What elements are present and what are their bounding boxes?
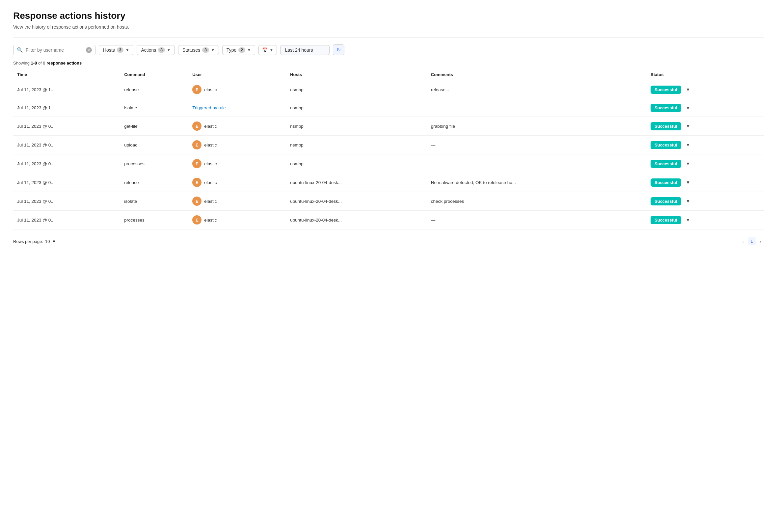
user-cell: E elastic xyxy=(192,85,282,94)
statuses-filter-label: Statuses xyxy=(183,47,200,53)
actions-chevron-icon: ▼ xyxy=(167,48,171,52)
status-col: Successful ▼ xyxy=(651,141,760,149)
prev-page-button[interactable]: ‹ xyxy=(740,237,747,245)
cell-user: E elastic xyxy=(188,117,286,136)
refresh-button[interactable]: ↻ xyxy=(333,44,344,55)
cell-user: E elastic xyxy=(188,80,286,99)
user-cell: E elastic xyxy=(192,121,282,131)
avatar: E xyxy=(192,197,202,206)
cell-command: release xyxy=(120,173,188,192)
actions-filter-button[interactable]: Actions 8 ▼ xyxy=(137,45,175,55)
status-col: Successful ▼ xyxy=(651,122,760,130)
col-hosts: Hosts xyxy=(286,70,427,80)
calendar-icon: 📅 xyxy=(262,47,268,53)
cell-hosts: nsmbp xyxy=(286,99,427,117)
expand-row-button[interactable]: ▼ xyxy=(684,86,692,94)
cell-user: E elastic xyxy=(188,211,286,229)
type-chevron-icon: ▼ xyxy=(247,48,251,52)
type-filter-count: 2 xyxy=(238,47,245,53)
cell-time: Jul 11, 2023 @ 0... xyxy=(13,173,120,192)
cell-user: Triggered by rule xyxy=(188,99,286,117)
response-actions-table: Time Command User Hosts Comments Status … xyxy=(13,70,764,229)
status-col: Successful ▼ xyxy=(651,216,760,224)
actions-filter-label: Actions xyxy=(141,47,156,53)
cell-hosts: nsmbp xyxy=(286,136,427,154)
cell-comments: check processes xyxy=(427,192,647,211)
expand-row-button[interactable]: ▼ xyxy=(684,197,692,205)
showing-text: Showing 1-8 of 8 response actions xyxy=(13,61,764,66)
page-subtitle: View the history of response actions per… xyxy=(13,24,764,30)
cell-comments: — xyxy=(427,154,647,173)
table-row: Jul 11, 2023 @ 0...release E elastic ubu… xyxy=(13,173,764,192)
table-row: Jul 11, 2023 @ 1...isolateTriggered by r… xyxy=(13,99,764,117)
cell-command: release xyxy=(120,80,188,99)
calendar-chevron-icon: ▼ xyxy=(270,48,273,52)
col-status: Status xyxy=(647,70,764,80)
cell-time: Jul 11, 2023 @ 0... xyxy=(13,117,120,136)
table-row: Jul 11, 2023 @ 0...isolate E elastic ubu… xyxy=(13,192,764,211)
cell-command: isolate xyxy=(120,99,188,117)
avatar: E xyxy=(192,215,202,224)
pagination: ‹ 1 › xyxy=(740,237,764,245)
user-cell: E elastic xyxy=(192,215,282,224)
cell-time: Jul 11, 2023 @ 0... xyxy=(13,136,120,154)
cell-user: E elastic xyxy=(188,173,286,192)
filter-bar: 🔍 ✕ Hosts 3 ▼ Actions 8 ▼ Statuses 3 ▼ T… xyxy=(13,44,764,55)
page-1-button[interactable]: 1 xyxy=(748,237,756,245)
cell-status: Successful ▼ xyxy=(647,80,764,99)
rows-per-page-value: 10 xyxy=(45,239,50,244)
cell-status: Successful ▼ xyxy=(647,136,764,154)
user-cell: E elastic xyxy=(192,140,282,149)
triggered-by-rule-link[interactable]: Triggered by rule xyxy=(192,105,226,110)
cell-comments: release... xyxy=(427,80,647,99)
cell-hosts: ubuntu-linux-20-04-desk... xyxy=(286,173,427,192)
statuses-filter-button[interactable]: Statuses 3 ▼ xyxy=(178,45,219,55)
cell-status: Successful ▼ xyxy=(647,192,764,211)
table-row: Jul 11, 2023 @ 0...processes E elastic n… xyxy=(13,154,764,173)
rows-per-page-chevron-icon: ▼ xyxy=(52,239,56,244)
cell-time: Jul 11, 2023 @ 0... xyxy=(13,211,120,229)
cell-comments xyxy=(427,99,647,117)
expand-row-button[interactable]: ▼ xyxy=(684,159,692,168)
cell-time: Jul 11, 2023 @ 1... xyxy=(13,99,120,117)
page-title: Response actions history xyxy=(13,11,764,21)
cell-comments: — xyxy=(427,211,647,229)
rows-per-page-label: Rows per page: xyxy=(13,239,43,244)
status-badge: Successful xyxy=(651,122,681,130)
table-row: Jul 11, 2023 @ 1...release E elastic nsm… xyxy=(13,80,764,99)
cell-hosts: nsmbp xyxy=(286,80,427,99)
next-page-button[interactable]: › xyxy=(757,237,764,245)
type-filter-button[interactable]: Type 2 ▼ xyxy=(222,45,255,55)
calendar-button[interactable]: 📅 ▼ xyxy=(258,45,277,55)
cell-status: Successful ▼ xyxy=(647,211,764,229)
statuses-chevron-icon: ▼ xyxy=(211,48,215,52)
hosts-filter-button[interactable]: Hosts 3 ▼ xyxy=(99,45,133,55)
clear-search-button[interactable]: ✕ xyxy=(86,47,92,53)
username-filter-input[interactable] xyxy=(26,47,83,53)
showing-range: 1-8 xyxy=(31,61,37,66)
col-comments: Comments xyxy=(427,70,647,80)
table-header: Time Command User Hosts Comments Status xyxy=(13,70,764,80)
expand-row-button[interactable]: ▼ xyxy=(684,122,692,130)
cell-hosts: ubuntu-linux-20-04-desk... xyxy=(286,211,427,229)
user-cell: E elastic xyxy=(192,178,282,187)
expand-row-button[interactable]: ▼ xyxy=(684,216,692,224)
search-box: 🔍 ✕ xyxy=(13,45,96,55)
rows-per-page-selector[interactable]: Rows per page: 10 ▼ xyxy=(13,239,56,244)
status-badge: Successful xyxy=(651,86,681,94)
showing-suffix: response actions xyxy=(46,61,82,66)
expand-row-button[interactable]: ▼ xyxy=(684,141,692,149)
cell-comments: grabbing file xyxy=(427,117,647,136)
hosts-chevron-icon: ▼ xyxy=(125,48,129,52)
expand-row-button[interactable]: ▼ xyxy=(684,179,692,186)
cell-time: Jul 11, 2023 @ 1... xyxy=(13,80,120,99)
col-user: User xyxy=(188,70,286,80)
user-name: elastic xyxy=(204,124,217,129)
status-col: Successful ▼ xyxy=(651,197,760,205)
user-name: elastic xyxy=(204,161,217,166)
cell-user: E elastic xyxy=(188,136,286,154)
expand-row-button[interactable]: ▼ xyxy=(684,104,692,112)
cell-time: Jul 11, 2023 @ 0... xyxy=(13,192,120,211)
cell-status: Successful ▼ xyxy=(647,99,764,117)
cell-command: processes xyxy=(120,211,188,229)
